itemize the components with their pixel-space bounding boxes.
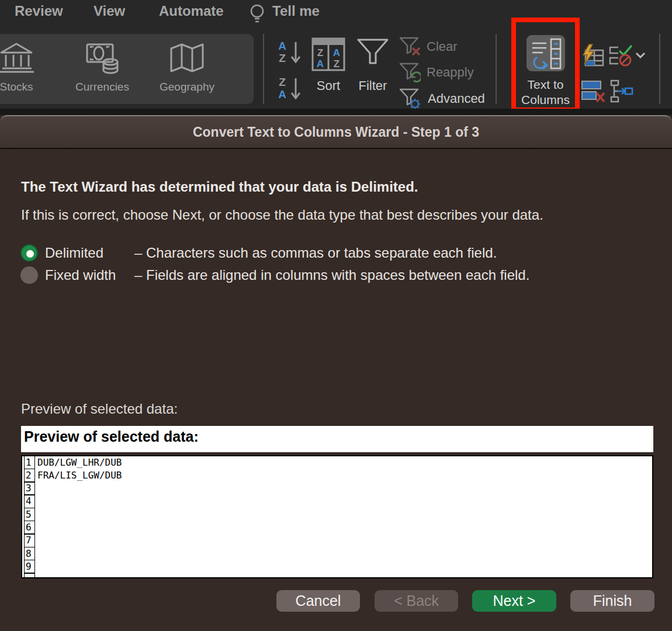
excel-ribbon: Review View Automate Tell me Stocks [0,0,672,109]
ribbon-divider [263,34,264,104]
wizard-instruction: If this is correct, choose Next, or choo… [21,207,543,223]
tab-review[interactable]: Review [15,3,63,19]
delimited-label[interactable]: Delimited [45,245,134,261]
sort-label: Sort [317,78,340,93]
row-value [35,535,37,547]
finish-button[interactable]: Finish [570,590,654,612]
stocks-button[interactable]: Stocks [0,40,54,100]
preview-row: 6 [22,521,652,534]
row-value [35,508,37,521]
bank-icon [0,40,34,76]
row-value: FRA/LIS_LGW/DUB [35,469,122,482]
cancel-button[interactable]: Cancel [276,590,360,612]
ribbon-divider [659,34,660,104]
clear-filter-icon [399,36,421,57]
delimited-radio[interactable] [20,244,38,262]
text-to-columns-highlight: Text to Columns [511,18,580,112]
filter-label: Filter [359,78,387,93]
text-to-columns-label: Text to Columns [521,77,570,108]
radio-row-delimited: Delimited – Characters such as commas or… [20,243,497,263]
fixed-width-description: – Fields are aligned in columns with spa… [134,267,529,283]
remove-duplicates-button[interactable] [580,78,605,104]
row-value [35,560,37,573]
flash-fill-button[interactable] [580,43,605,69]
data-validation-button[interactable] [608,43,633,69]
preview-section-label: Preview of selected data: [21,401,178,417]
svg-text:A: A [333,47,340,58]
geography-label: Geography [160,81,214,93]
preview-row: 1 DUB/LGW_LHR/DUB [22,456,652,469]
delimited-description: – Characters such as commas or tabs sepa… [134,245,497,261]
svg-text:Z: Z [279,52,286,64]
dialog-titlebar[interactable]: Convert Text to Columns Wizard - Step 1 … [0,115,672,149]
row-value [35,483,37,495]
clear-filter-label: Clear [427,39,458,54]
ribbon-bottom-strip [0,109,672,115]
sort-ascending-button[interactable]: A Z [277,39,305,68]
row-number: 7 [24,533,35,547]
text-to-columns-icon [526,35,565,71]
row-number: 1 [24,456,35,470]
row-number: 9 [24,560,35,574]
radio-row-fixed-width: Fixed width – Fields are aligned in colu… [20,265,529,285]
row-number: 6 [24,521,35,535]
folded-map-icon [169,40,205,76]
lightbulb-icon [249,4,265,25]
preview-data-box[interactable]: 1 DUB/LGW_LHR/DUB 2 FRA/LIS_LGW/DUB 3 4 … [21,455,653,578]
reapply-filter-button[interactable]: Reapply [399,62,474,83]
row-number: 2 [24,469,35,483]
filter-funnel-icon [356,37,390,71]
preview-row: 8 [22,547,652,560]
row-value [35,521,37,534]
svg-text:A: A [278,88,286,100]
geography-button[interactable]: Geography [149,40,225,100]
advanced-filter-button[interactable]: Advanced [399,88,485,110]
preview-header-text: Preview of selected data: [21,426,653,445]
currencies-button[interactable]: Currencies [64,40,140,100]
sort-button[interactable]: Z A A Z Sort [311,37,346,93]
advanced-filter-icon [399,88,422,110]
chevron-down-icon[interactable] [635,51,646,60]
svg-text:Z: Z [279,76,286,88]
svg-text:Z: Z [334,58,340,70]
data-types-group: Stocks Currencies [0,34,254,104]
preview-row: 5 [22,508,652,521]
preview-header-box: Preview of selected data: [21,426,653,452]
stocks-label: Stocks [0,81,33,93]
back-button[interactable]: < Back [375,590,458,612]
advanced-filter-label: Advanced [428,91,485,106]
consolidate-button[interactable] [608,78,633,104]
filter-button[interactable]: Filter [354,37,392,93]
tab-tell-me[interactable]: Tell me [272,3,320,19]
row-number: 8 [24,547,35,561]
wizard-heading: The Text Wizard has determined that your… [21,179,418,195]
tab-view[interactable]: View [93,3,125,19]
fixed-width-label[interactable]: Fixed width [45,267,134,283]
preview-row: 2 FRA/LIS_LGW/DUB [22,469,652,482]
ribbon-divider [496,34,497,104]
sort-table-icon: Z A A Z [311,37,345,71]
row-number [24,573,35,578]
tab-automate[interactable]: Automate [159,3,224,19]
preview-row: 3 [22,483,652,495]
row-number: 5 [24,508,35,522]
reapply-filter-label: Reapply [427,65,474,80]
reapply-filter-icon [399,62,421,83]
row-number: 3 [24,481,35,495]
row-value [35,547,37,560]
text-to-columns-button[interactable]: Text to Columns [516,22,575,108]
dialog-title: Convert Text to Columns Wizard - Step 1 … [0,116,672,148]
currencies-label: Currencies [75,81,129,93]
preview-row: 7 [22,535,652,547]
preview-row: 4 [22,495,652,508]
fixed-width-radio[interactable] [20,266,38,284]
row-number: 4 [24,494,35,508]
svg-text:A: A [278,40,286,52]
next-button[interactable]: Next > [472,590,556,612]
clear-filter-button[interactable]: Clear [399,36,458,57]
row-value [35,495,37,508]
sort-descending-button[interactable]: Z A [277,75,305,104]
svg-text:A: A [317,58,324,70]
preview-row-partial [22,574,652,578]
row-value: DUB/LGW_LHR/DUB [35,456,122,469]
